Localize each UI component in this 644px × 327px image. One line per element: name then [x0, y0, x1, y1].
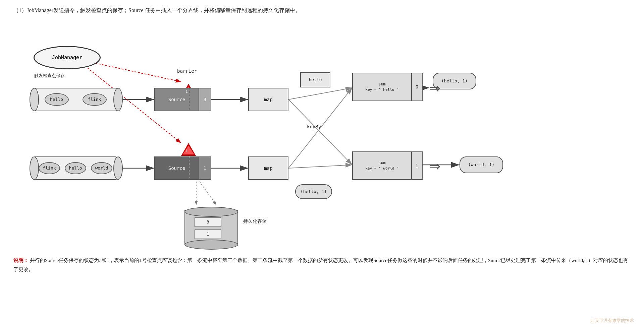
explanation-label: 说明： — [13, 258, 29, 263]
jobmanager-label: JobManager — [52, 55, 82, 61]
map1-box: map — [248, 88, 288, 111]
big-arrow-right-1: ⇒ — [429, 82, 441, 95]
bottom-text-area: 说明： 并行的Source任务保存的状态为3和1，表示当前的1号检查点应该包含：… — [13, 256, 631, 274]
source2-num: 1 — [204, 166, 206, 171]
storage-item-3: 3 — [195, 217, 221, 227]
map2-label: map — [264, 166, 272, 171]
top-text: （1）JobManager发送指令，触发检查点的保存；Source 任务中插入一… — [13, 6, 631, 15]
sum1-key: key = " hello " — [365, 87, 398, 93]
trigger-label: 触发检查点保存 — [34, 73, 65, 79]
svg-line-14 — [82, 60, 181, 82]
source2-box: Source 1 — [154, 156, 211, 180]
stream1-item-flink: flink — [83, 93, 107, 106]
barrier-triangle-2: 1 — [181, 143, 196, 156]
hello-1-ellipse: (hello, 1) — [295, 184, 332, 199]
svg-line-17 — [200, 182, 216, 205]
barrier-num-1: 1 — [186, 89, 188, 94]
svg-line-11 — [288, 165, 352, 168]
stream2-item-world: world — [91, 162, 112, 174]
source1-num: 3 — [204, 97, 206, 102]
keyby-label: keyBy — [307, 124, 321, 129]
sum1-label: sum — [378, 81, 386, 87]
output-top-label: (hello, 1) — [441, 78, 468, 83]
svg-line-7 — [288, 100, 352, 165]
sum2-box: sum key = " world " 1 — [352, 151, 423, 180]
output-world-label: (world, 1) — [468, 162, 494, 167]
map2-box: map — [248, 156, 288, 180]
source1-label: Source — [168, 97, 185, 102]
stream1-item-hello: hello — [45, 93, 69, 106]
jobmanager-oval: JobManager — [34, 46, 101, 69]
hello-output-box: hello — [300, 72, 330, 87]
sum2-val: 1 — [416, 163, 418, 168]
source1-box: Source 3 — [154, 88, 211, 111]
watermark: 让天下没有难学的技术 — [590, 318, 634, 324]
sum1-box: sum key = " hello " 0 — [352, 73, 423, 101]
barrier-label-top: barrier — [177, 68, 197, 74]
stream2-item-flink: flink — [39, 162, 60, 174]
stream2-item-hello: hello — [65, 162, 86, 174]
explanation-text: 并行的Source任务保存的状态为3和1，表示当前的1号检查点应该包含：第一条流… — [13, 258, 628, 272]
big-arrow-right-2: ⇒ — [429, 160, 441, 173]
storage-item-1: 1 — [195, 230, 221, 239]
source2-label: Source — [168, 166, 185, 171]
storage-cylinder: 3 1 — [184, 203, 238, 247]
output-world-1: (world, 1) — [460, 156, 503, 173]
storage-label: 持久化存储 — [243, 218, 267, 224]
barrier-num-2: 1 — [186, 148, 188, 153]
sum1-val: 0 — [416, 84, 418, 89]
sum2-key: key = " world " — [365, 166, 398, 172]
stream2-cylinder: flink hello world — [34, 156, 117, 180]
map1-label: map — [264, 97, 272, 102]
stream1-cylinder: hello flink — [34, 88, 117, 111]
svg-line-6 — [288, 88, 352, 100]
sum2-label: sum — [378, 160, 386, 166]
